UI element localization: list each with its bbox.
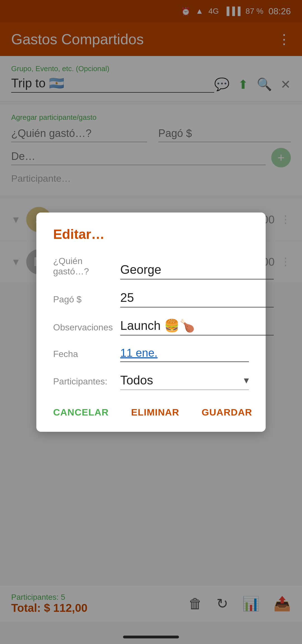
modal-observations-label: Observaciones bbox=[53, 322, 120, 335]
modal-participants-dropdown[interactable]: Todos ▾ bbox=[120, 373, 249, 390]
cancel-button[interactable]: CANCELAR bbox=[53, 404, 109, 421]
modal-field-who: ¿Quién gastó…? bbox=[53, 256, 249, 279]
modal-amount-label: Pagó $ bbox=[53, 294, 120, 307]
modal-field-observations: Observaciones bbox=[53, 319, 249, 335]
modal-date-value[interactable]: 11 ene. bbox=[120, 347, 249, 362]
modal-field-amount: Pagó $ bbox=[53, 291, 249, 307]
delete-button[interactable]: ELIMINAR bbox=[131, 404, 179, 421]
modal-title: Editar… bbox=[53, 227, 249, 242]
modal-observations-input[interactable] bbox=[120, 319, 274, 335]
modal-participants-row: Participantes: Todos ▾ bbox=[53, 373, 249, 390]
modal-overlay: Editar… ¿Quién gastó…? Pagó $ Observacio… bbox=[0, 0, 302, 644]
modal-date-label: Fecha bbox=[53, 349, 120, 362]
modal-who-input[interactable] bbox=[120, 263, 274, 279]
modal-actions: CANCELAR ELIMINAR GUARDAR bbox=[53, 404, 249, 421]
chevron-down-icon: ▾ bbox=[244, 374, 249, 386]
modal-participants-label: Participantes: bbox=[53, 376, 120, 387]
modal-amount-input[interactable] bbox=[120, 291, 274, 307]
modal-field-date: Fecha 11 ene. bbox=[53, 347, 249, 362]
modal-who-label: ¿Quién gastó…? bbox=[53, 256, 120, 279]
save-button[interactable]: GUARDAR bbox=[202, 404, 252, 421]
modal-participants-value: Todos bbox=[120, 373, 153, 387]
edit-modal: Editar… ¿Quién gastó…? Pagó $ Observacio… bbox=[36, 213, 266, 432]
